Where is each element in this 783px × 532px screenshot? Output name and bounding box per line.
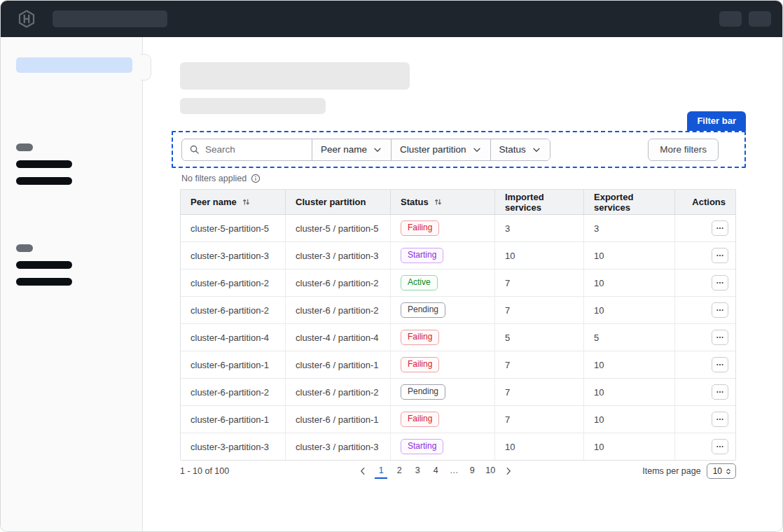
topbar-action-placeholder[interactable]: [749, 11, 771, 27]
sidebar-item-skeleton[interactable]: [16, 278, 72, 286]
filters-status-text: No filters applied: [181, 174, 247, 183]
status-badge: Starting: [401, 439, 443, 454]
chevron-down-icon: [472, 145, 482, 155]
peers-table: Peer name Cluster partition Status Impor…: [180, 189, 736, 461]
sidebar-item-skeleton[interactable]: [16, 177, 72, 185]
cell-cluster-partition: cluster-3 / partition-3: [286, 242, 391, 269]
column-header-label: Peer name: [190, 197, 237, 207]
items-per-page-select[interactable]: 10: [707, 463, 736, 479]
table-header-row: Peer name Cluster partition Status Impor…: [181, 190, 735, 215]
cell-imported-services: 7: [495, 406, 584, 433]
chevron-down-icon: [373, 145, 382, 155]
table-row: cluster-6-partition-2 cluster-6 / partit…: [181, 379, 735, 406]
row-actions-button[interactable]: [712, 439, 728, 454]
cell-peer-name: cluster-3-partition-3: [181, 242, 286, 269]
ellipsis-icon: [716, 224, 724, 232]
page-number-4[interactable]: 4: [429, 463, 442, 479]
cell-cluster-partition: cluster-4 / partition-4: [286, 324, 391, 351]
row-actions-button[interactable]: [712, 275, 728, 290]
row-actions-button[interactable]: [712, 384, 728, 400]
row-actions-button[interactable]: [712, 220, 728, 236]
cell-imported-services: 7: [495, 270, 584, 296]
row-actions-button[interactable]: [712, 357, 728, 372]
filter-dropdown-peer-name[interactable]: Peer name: [312, 139, 391, 160]
cell-status: Starting: [391, 242, 495, 269]
sidebar-active-item-skeleton[interactable]: [16, 57, 132, 73]
topbar-search-placeholder[interactable]: [53, 10, 167, 27]
row-actions-button[interactable]: [712, 302, 728, 318]
page-number-2[interactable]: 2: [393, 463, 406, 479]
column-header-status[interactable]: Status: [391, 190, 495, 215]
sidebar: [1, 37, 143, 532]
cell-imported-services: 5: [495, 324, 584, 351]
row-actions-button[interactable]: [712, 330, 728, 345]
cell-actions: [675, 242, 735, 269]
ellipsis-icon: [716, 333, 724, 342]
cell-peer-name: cluster-5-partition-5: [181, 215, 286, 241]
cell-status: Pending: [391, 297, 495, 323]
search-input[interactable]: [205, 144, 306, 155]
more-filters-button[interactable]: More filters: [648, 139, 719, 161]
cell-status: Active: [391, 270, 495, 296]
cell-peer-name: cluster-6-partition-2: [181, 270, 286, 296]
cell-exported-services: 5: [584, 324, 675, 351]
status-badge: Pending: [401, 302, 445, 318]
cell-peer-name: cluster-6-partition-1: [181, 406, 286, 433]
cell-cluster-partition: cluster-6 / partition-1: [286, 406, 391, 433]
table-row: cluster-6-partition-1 cluster-6 / partit…: [181, 406, 735, 433]
sidebar-item-skeleton[interactable]: [16, 261, 72, 269]
filter-dropdown-status[interactable]: Status: [490, 139, 550, 160]
previous-page-button[interactable]: [355, 465, 370, 477]
ellipsis-icon: [716, 442, 724, 451]
page-number-3[interactable]: 3: [411, 463, 424, 479]
next-page-button[interactable]: [501, 465, 516, 477]
filter-dropdown-cluster-partition[interactable]: Cluster partition: [391, 139, 490, 160]
cell-imported-services: 7: [495, 297, 584, 323]
filter-dropdown-group: Peer name Cluster partition Status: [312, 139, 550, 160]
info-icon[interactable]: [251, 174, 261, 183]
cell-exported-services: 10: [584, 351, 675, 378]
cell-status: Failing: [391, 324, 495, 351]
topbar-action-placeholder[interactable]: [719, 11, 742, 27]
status-badge: Active: [401, 275, 438, 290]
column-header-actions: Actions: [675, 190, 735, 215]
ellipsis-icon: [716, 388, 724, 396]
table-row: cluster-6-partition-2 cluster-6 / partit…: [181, 297, 735, 324]
search-field[interactable]: [182, 139, 312, 160]
cell-actions: [675, 324, 735, 351]
sidebar-collapse-handle[interactable]: [141, 54, 151, 80]
column-header-label: Exported services: [594, 192, 665, 213]
table-row: cluster-3-partition-3 cluster-3 / partit…: [181, 242, 735, 270]
items-per-page-value: 10: [713, 466, 722, 476]
cell-peer-name: cluster-4-partition-4: [181, 324, 286, 351]
status-badge: Failing: [401, 357, 439, 372]
page-number-1[interactable]: 1: [375, 463, 387, 479]
column-header-peer-name[interactable]: Peer name: [181, 190, 286, 215]
cell-actions: [675, 406, 735, 433]
main-content: Filter bar Peer name: [143, 37, 782, 532]
row-actions-button[interactable]: [712, 248, 728, 263]
cell-status: Failing: [391, 406, 495, 433]
status-badge: Pending: [401, 384, 445, 400]
cell-imported-services: 3: [495, 215, 584, 241]
filter-controls-group: Peer name Cluster partition Status: [181, 139, 550, 161]
page-ellipsis: …: [448, 463, 460, 479]
search-icon: [189, 144, 200, 155]
chevron-right-icon: [504, 466, 513, 476]
cell-cluster-partition: cluster-5 / partition-5: [286, 215, 391, 241]
sidebar-item-skeleton[interactable]: [16, 160, 72, 168]
status-badge: Failing: [401, 220, 439, 236]
cell-actions: [675, 215, 735, 241]
status-badge: Starting: [401, 248, 443, 263]
page-number-10[interactable]: 10: [484, 463, 497, 479]
cell-status: Pending: [391, 379, 495, 405]
page-number-9[interactable]: 9: [466, 463, 478, 479]
cell-status: Starting: [391, 433, 495, 460]
cell-peer-name: cluster-6-partition-2: [181, 379, 286, 405]
row-actions-button[interactable]: [712, 412, 728, 427]
table-row: cluster-6-partition-2 cluster-6 / partit…: [181, 270, 735, 297]
cell-cluster-partition: cluster-6 / partition-2: [286, 270, 391, 296]
filter-bar-region: Filter bar Peer name: [172, 111, 746, 168]
cell-status: Failing: [391, 351, 495, 378]
chevron-left-icon: [358, 466, 368, 476]
